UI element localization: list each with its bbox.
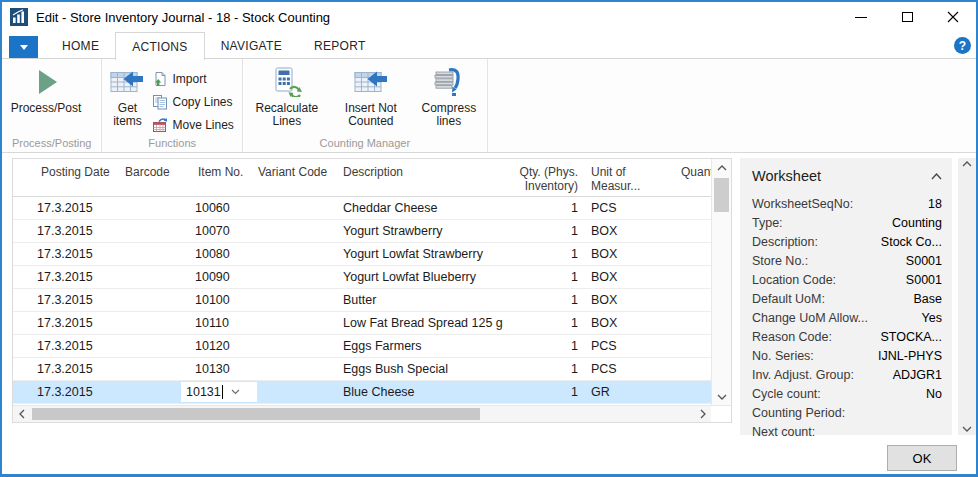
unit-of-measure-cell[interactable]: BOX <box>578 316 668 330</box>
factbox-field-value[interactable]: S0001 <box>906 273 942 287</box>
grid-vertical-scrollbar[interactable] <box>711 159 731 405</box>
description-cell[interactable]: Low Fat Bread Spread 125 g <box>331 316 503 330</box>
tab-report[interactable]: REPORT <box>298 32 382 59</box>
factbox-field-value[interactable]: Yes <box>922 311 942 325</box>
posting-date-cell[interactable]: 17.3.2015 <box>13 316 113 330</box>
unit-of-measure-cell[interactable]: BOX <box>578 224 668 238</box>
factbox-field-value[interactable]: STOCKA... <box>880 330 942 344</box>
unit-of-measure-cell[interactable]: PCS <box>578 339 668 353</box>
application-menu-button[interactable] <box>9 36 38 58</box>
scroll-up-icon[interactable] <box>962 161 972 167</box>
column-header-item-no[interactable]: Item No. <box>185 165 248 179</box>
qty-phys-inventory-cell[interactable]: 1 <box>503 247 578 261</box>
import-button[interactable]: Import <box>150 67 239 90</box>
item-no-cell[interactable]: 10080 10080 <box>185 247 248 261</box>
tab-actions[interactable]: ACTIONS <box>115 32 204 60</box>
unit-of-measure-cell[interactable]: PCS <box>578 362 668 376</box>
factbox-field-value[interactable]: 18 <box>928 197 942 211</box>
qty-phys-inventory-cell[interactable]: 1 <box>503 224 578 238</box>
factbox-field-value[interactable]: ADJGR1 <box>893 368 942 382</box>
factbox-field-value[interactable]: Counting <box>892 216 942 230</box>
unit-of-measure-cell[interactable]: BOX <box>578 270 668 284</box>
factbox-field-value[interactable]: Stock Co... <box>881 235 942 249</box>
posting-date-cell[interactable]: 17.3.2015 <box>13 339 113 353</box>
get-items-button[interactable]: Get items <box>104 61 150 137</box>
factbox-field-value[interactable]: Base <box>914 292 943 306</box>
table-row[interactable]: 17.3.2015 10131 10131 Blue Cheese 1 GR <box>13 381 711 404</box>
move-lines-button[interactable]: Move Lines <box>150 113 239 136</box>
description-cell[interactable]: Yogurt Strawberry <box>331 224 503 238</box>
scroll-up-icon[interactable] <box>712 159 731 176</box>
item-no-cell[interactable]: 10110 10110 <box>185 316 248 330</box>
grid-horizontal-scrollbar[interactable] <box>13 405 731 422</box>
unit-of-measure-cell[interactable]: BOX <box>578 247 668 261</box>
qty-phys-inventory-cell[interactable]: 1 <box>503 362 578 376</box>
vertical-scroll-thumb[interactable] <box>714 178 729 212</box>
item-no-cell[interactable]: 10100 10100 <box>185 293 248 307</box>
scroll-left-icon[interactable] <box>13 409 30 419</box>
collapse-chevron-up-icon[interactable] <box>931 173 942 180</box>
qty-phys-inventory-cell[interactable]: 1 <box>503 385 578 399</box>
column-header-quantity[interactable]: Quant <box>668 165 711 179</box>
table-row[interactable]: 17.3.2015 10070 10070 Yogurt Strawberry … <box>13 220 711 243</box>
minimize-button[interactable] <box>838 2 884 32</box>
item-no-cell[interactable]: 10130 10130 <box>185 362 248 376</box>
maximize-button[interactable] <box>884 2 930 32</box>
item-no-cell[interactable]: 10070 10070 <box>185 224 248 238</box>
posting-date-cell[interactable]: 17.3.2015 <box>13 362 113 376</box>
posting-date-cell[interactable]: 17.3.2015 <box>13 247 113 261</box>
tab-home[interactable]: HOME <box>46 32 115 59</box>
close-button[interactable] <box>930 2 976 32</box>
factbox-scrollbar[interactable] <box>958 158 976 435</box>
factbox-field-value[interactable]: IJNL-PHYS <box>878 349 942 363</box>
insert-not-counted-button[interactable]: Insert Not Counted <box>329 61 413 137</box>
tab-navigate[interactable]: NAVIGATE <box>205 32 298 59</box>
factbox-field-value[interactable]: No <box>926 387 942 401</box>
table-row[interactable]: 17.3.2015 10060 10060 Cheddar Cheese 1 P… <box>13 197 711 220</box>
scroll-down-icon[interactable] <box>712 388 731 405</box>
unit-of-measure-cell[interactable]: GR <box>578 385 668 399</box>
description-cell[interactable]: Eggs Bush Special <box>331 362 503 376</box>
description-cell[interactable]: Yogurt Lowfat Strawberry <box>331 247 503 261</box>
column-header-description[interactable]: Description <box>331 165 503 179</box>
table-row[interactable]: 17.3.2015 10130 10130 Eggs Bush Special … <box>13 358 711 381</box>
description-cell[interactable]: Yogurt Lowfat Blueberry <box>331 270 503 284</box>
item-no-cell[interactable]: 10120 10120 <box>185 339 248 353</box>
qty-phys-inventory-cell[interactable]: 1 <box>503 270 578 284</box>
posting-date-cell[interactable]: 17.3.2015 <box>13 293 113 307</box>
scroll-right-icon[interactable] <box>694 409 711 419</box>
qty-phys-inventory-cell[interactable]: 1 <box>503 201 578 215</box>
qty-phys-inventory-cell[interactable]: 1 <box>503 339 578 353</box>
qty-phys-inventory-cell[interactable]: 1 <box>503 316 578 330</box>
recalculate-lines-button[interactable]: Recalculate Lines <box>245 61 329 137</box>
posting-date-cell[interactable]: 17.3.2015 <box>13 224 113 238</box>
ok-button[interactable]: OK <box>887 445 957 471</box>
table-row[interactable]: 17.3.2015 10120 10120 Eggs Farmers 1 PCS <box>13 335 711 358</box>
column-header-variant-code[interactable]: Variant Code <box>248 165 331 179</box>
posting-date-cell[interactable]: 17.3.2015 <box>13 385 113 399</box>
column-header-qty-phys-inventory[interactable]: Qty. (Phys. Inventory) <box>503 165 578 193</box>
description-cell[interactable]: Cheddar Cheese <box>331 201 503 215</box>
item-no-cell[interactable]: 10090 10090 <box>185 270 248 284</box>
description-cell[interactable]: Butter <box>331 293 503 307</box>
horizontal-scroll-thumb[interactable] <box>32 408 480 420</box>
posting-date-cell[interactable]: 17.3.2015 <box>13 201 113 215</box>
item-no-cell[interactable]: 10060 10060 <box>185 201 248 215</box>
copy-lines-button[interactable]: Copy Lines <box>150 90 239 113</box>
table-row[interactable]: 17.3.2015 10080 10080 Yogurt Lowfat Stra… <box>13 243 711 266</box>
factbox-field-value[interactable]: S0001 <box>906 254 942 268</box>
help-button[interactable]: ? <box>954 37 971 54</box>
description-cell[interactable]: Blue Cheese <box>331 385 503 399</box>
column-header-posting-date[interactable]: Posting Date <box>13 165 113 179</box>
description-cell[interactable]: Eggs Farmers <box>331 339 503 353</box>
column-header-barcode[interactable]: Barcode <box>113 165 185 179</box>
scroll-down-icon[interactable] <box>962 426 972 432</box>
posting-date-cell[interactable]: 17.3.2015 <box>13 270 113 284</box>
column-header-unit-of-measure[interactable]: Unit of Measur... <box>578 165 668 193</box>
unit-of-measure-cell[interactable]: PCS <box>578 201 668 215</box>
compress-lines-button[interactable]: Compress lines <box>413 61 485 137</box>
process-post-button[interactable]: Process/Post <box>4 61 88 137</box>
table-row[interactable]: 17.3.2015 10110 10110 Low Fat Bread Spre… <box>13 312 711 335</box>
table-row[interactable]: 17.3.2015 10090 10090 Yogurt Lowfat Blue… <box>13 266 711 289</box>
unit-of-measure-cell[interactable]: BOX <box>578 293 668 307</box>
